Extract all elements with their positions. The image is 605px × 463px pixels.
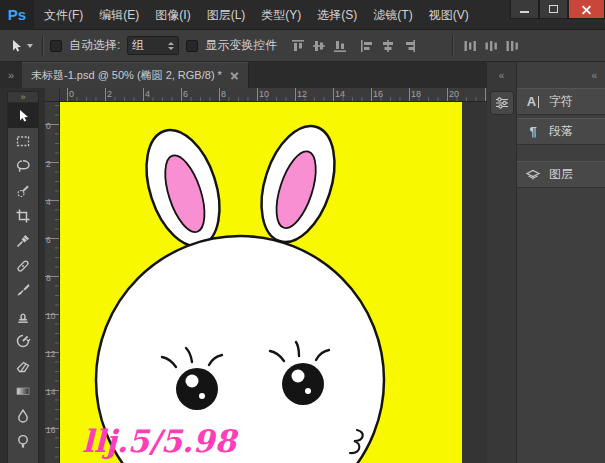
document-tab-bar: » 未标题-1.psd @ 50% (椭圆 2, RGB/8) *: [0, 62, 487, 88]
rectangular-marquee-tool-button[interactable]: [8, 128, 38, 153]
align-horizontal-centers-button[interactable]: [378, 36, 398, 56]
align-right-edges-button[interactable]: [399, 36, 419, 56]
close-tab-icon[interactable]: [230, 71, 239, 80]
character-panel-label: 字符: [549, 93, 573, 110]
window-controls: [510, 0, 605, 19]
paragraph-panel-label: 段落: [549, 123, 573, 140]
menu-item-1[interactable]: 文件(F): [36, 0, 91, 30]
h-ruler-label-6: 6: [183, 89, 188, 99]
menu-item-4[interactable]: 图层(L): [199, 0, 254, 30]
paragraph-panel-button[interactable]: ¶ 段落: [517, 118, 605, 145]
align-horizontal-centers-icon: [380, 38, 396, 54]
h-ruler-label-18: 18: [411, 89, 421, 99]
layers-panel-button[interactable]: 图层: [517, 161, 605, 188]
auto-select-value: 组: [132, 37, 164, 54]
move-tool-icon: [15, 108, 31, 124]
current-tool-preset[interactable]: [6, 36, 35, 56]
character-panel-button[interactable]: A 字符: [517, 88, 605, 115]
quick-selection-tool-button[interactable]: [8, 178, 38, 203]
close-button[interactable]: [568, 0, 605, 19]
horizontal-ruler[interactable]: 02468101214161820: [45, 88, 487, 102]
layers-panel-label: 图层: [549, 166, 573, 183]
align-group-horizontal: [357, 36, 419, 56]
auto-select-checkbox[interactable]: [50, 40, 62, 52]
grip-arrows-icon: »: [20, 93, 25, 102]
history-brush-tool-button[interactable]: [8, 328, 38, 353]
h-ruler-label-20: 20: [449, 89, 459, 99]
menu-bar-items: 文件(F)编辑(E)图像(I)图层(L)类型(Y)选择(S)滤镜(T)视图(V): [36, 0, 477, 29]
distribute-horizontal-centers-button[interactable]: [481, 36, 501, 56]
icon-panel-column: «: [487, 62, 517, 463]
app-logo[interactable]: Ps: [0, 0, 34, 30]
right-dock: « « A 字符 ¶ 段落: [487, 62, 605, 463]
show-transform-checkbox[interactable]: [186, 40, 198, 52]
document-tab[interactable]: 未标题-1.psd @ 50% (椭圆 2, RGB/8) *: [22, 62, 249, 88]
panel-collapse-button[interactable]: «: [517, 62, 605, 88]
v-ruler-label-14: 14: [46, 387, 55, 397]
eyedropper-tool-button[interactable]: [8, 228, 38, 253]
app-logo-text: Ps: [8, 6, 26, 23]
collapse-left-icon: «: [499, 70, 505, 81]
dropdown-spinner-icon: [168, 42, 174, 50]
distribute-horizontal-centers-icon: [483, 38, 499, 54]
clone-stamp-tool-button[interactable]: [8, 303, 38, 328]
lasso-tool-icon: [15, 158, 31, 174]
spot-healing-brush-tool-button[interactable]: [8, 253, 38, 278]
brush-tool-icon: [15, 283, 31, 299]
crop-tool-button[interactable]: [8, 203, 38, 228]
menu-item-6[interactable]: 选择(S): [309, 0, 365, 30]
menu-item-5[interactable]: 类型(Y): [253, 0, 309, 30]
eraser-tool-button[interactable]: [8, 353, 38, 378]
icon-panel-collapse-button[interactable]: «: [487, 62, 516, 88]
align-top-edges-button[interactable]: [288, 36, 308, 56]
adjustments-panel-button[interactable]: [490, 91, 514, 115]
brush-tool-button[interactable]: [8, 278, 38, 303]
maximize-button[interactable]: [539, 0, 568, 19]
h-ruler-label-8: 8: [221, 89, 226, 99]
distribute-left-edges-button[interactable]: [460, 36, 480, 56]
distribute-right-edges-button[interactable]: [502, 36, 522, 56]
lasso-tool-button[interactable]: [8, 153, 38, 178]
menu-item-3[interactable]: 图像(I): [147, 0, 198, 30]
h-ruler-label-12: 12: [297, 89, 307, 99]
v-ruler-label-2: 2: [46, 159, 51, 169]
align-bottom-edges-button[interactable]: [330, 36, 350, 56]
menu-bar: Ps 文件(F)编辑(E)图像(I)图层(L)类型(Y)选择(S)滤镜(T)视图…: [0, 0, 605, 30]
v-ruler-label-0: 0: [46, 121, 51, 131]
left-dock-expand-button[interactable]: »: [0, 62, 22, 88]
minimize-icon: [520, 11, 529, 13]
h-ruler-label-14: 14: [335, 89, 345, 99]
gradient-tool-button[interactable]: [8, 378, 38, 403]
photoshop-window: Ps 文件(F)编辑(E)图像(I)图层(L)类型(Y)选择(S)滤镜(T)视图…: [0, 0, 605, 463]
quick-selection-tool-icon: [15, 183, 31, 199]
dodge-tool-icon: [15, 433, 31, 449]
distribute-group: [460, 36, 522, 56]
signature-text: llj.5/5.98: [82, 423, 239, 459]
rectangular-marquee-tool-icon: [15, 133, 31, 149]
vertical-ruler[interactable]: 0246810121416: [45, 102, 60, 463]
h-ruler-label-10: 10: [259, 89, 269, 99]
move-tool-button[interactable]: [8, 103, 38, 128]
show-transform-label: 显示变换控件: [205, 37, 277, 54]
dodge-tool-button[interactable]: [8, 428, 38, 453]
blur-tool-button[interactable]: [8, 403, 38, 428]
character-icon: A: [524, 93, 542, 111]
auto-select-dropdown[interactable]: 组: [127, 36, 179, 55]
align-top-edges-icon: [290, 38, 306, 54]
v-ruler-label-6: 6: [46, 235, 51, 245]
document-area: 02468101214161820 0246810121416: [45, 88, 487, 463]
menu-item-2[interactable]: 编辑(E): [91, 0, 147, 30]
v-ruler-label-16: 16: [46, 425, 55, 435]
canvas[interactable]: llj.5/5.98: [60, 102, 462, 463]
align-left-edges-button[interactable]: [357, 36, 377, 56]
document-tab-title: 未标题-1.psd @ 50% (椭圆 2, RGB/8) *: [31, 68, 222, 83]
minimize-button[interactable]: [510, 0, 539, 19]
move-tool-icon: [8, 38, 24, 54]
align-left-edges-icon: [359, 38, 375, 54]
align-vertical-centers-button[interactable]: [309, 36, 329, 56]
align-group-vertical: [288, 36, 350, 56]
align-bottom-edges-icon: [332, 38, 348, 54]
menu-item-8[interactable]: 视图(V): [421, 0, 477, 30]
menu-item-7[interactable]: 滤镜(T): [365, 0, 420, 30]
tools-panel-grip[interactable]: »: [8, 92, 38, 103]
